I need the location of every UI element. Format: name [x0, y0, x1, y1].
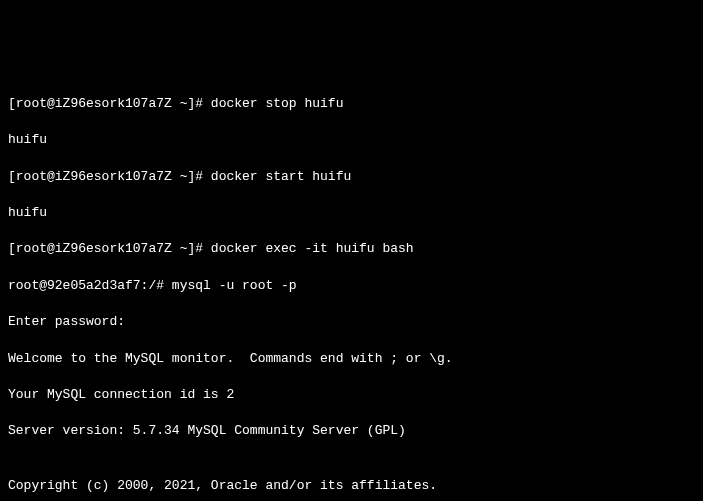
mysql-version: Server version: 5.7.34 MySQL Community S… — [8, 422, 695, 440]
terminal[interactable]: [root@iZ96esork107a7Z ~]# docker stop hu… — [8, 77, 695, 501]
output-line: huifu — [8, 131, 695, 149]
cmd-mysql-login: root@92e05a2d3af7:/# mysql -u root -p — [8, 277, 695, 295]
cmd-docker-exec: [root@iZ96esork107a7Z ~]# docker exec -i… — [8, 240, 695, 258]
mysql-welcome: Welcome to the MySQL monitor. Commands e… — [8, 350, 695, 368]
cmd-docker-stop: [root@iZ96esork107a7Z ~]# docker stop hu… — [8, 95, 695, 113]
password-prompt: Enter password: — [8, 313, 695, 331]
mysql-conn-id: Your MySQL connection id is 2 — [8, 386, 695, 404]
output-line: huifu — [8, 204, 695, 222]
cmd-docker-start: [root@iZ96esork107a7Z ~]# docker start h… — [8, 168, 695, 186]
copyright-line: Copyright (c) 2000, 2021, Oracle and/or … — [8, 477, 695, 495]
